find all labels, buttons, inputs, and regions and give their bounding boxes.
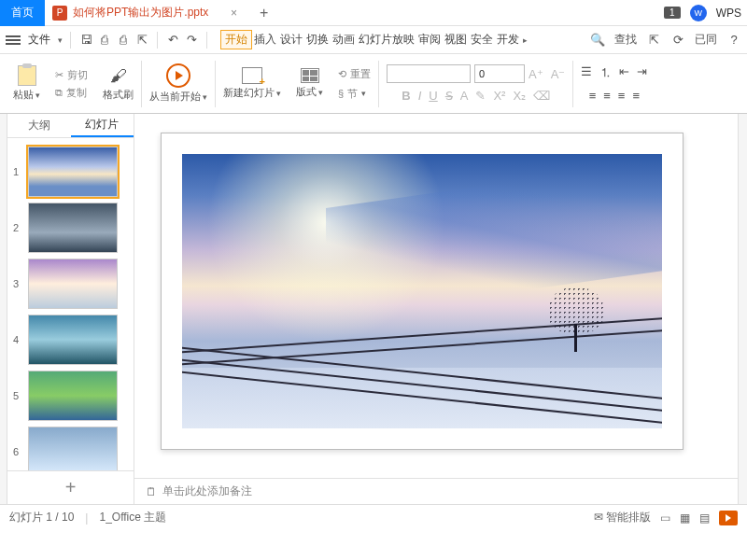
ribbon-overflow-icon[interactable]: ▸ [521, 35, 529, 45]
thumbnail-3[interactable]: 3 [7, 256, 134, 312]
thumbnail-1[interactable]: 1 [7, 144, 134, 200]
thumbnail-6[interactable]: 6 [7, 424, 134, 470]
search-label[interactable]: 查找 [614, 32, 637, 48]
home-tab[interactable]: 首页 [0, 0, 45, 26]
new-slide-button[interactable]: 新建幻灯片▾ [223, 86, 281, 100]
slides-tab[interactable]: 幻灯片 [71, 114, 134, 137]
clear-format-button[interactable]: ⌫ [533, 89, 550, 103]
menu-icon[interactable] [6, 35, 21, 45]
paste-button[interactable]: 粘贴▾ [13, 88, 40, 102]
format-painter-button[interactable]: 格式刷 [103, 88, 134, 102]
save-icon[interactable]: 🖫 [78, 33, 93, 48]
theme-name: 1_Office 主题 [99, 510, 166, 525]
notes-icon: 🗒 [146, 485, 157, 498]
wps-label: WPS [716, 7, 741, 20]
underline-button[interactable]: U [429, 89, 437, 103]
left-rail [0, 114, 7, 504]
ribbon-tabs: 开始 插入 设计 切换 动画 幻灯片放映 审阅 视图 安全 开发 ▸ [220, 30, 529, 49]
export-icon[interactable]: ⇱ [134, 33, 149, 48]
layout-button[interactable]: 版式▾ [296, 85, 323, 99]
redo-icon[interactable]: ↷ [184, 33, 199, 48]
section-button[interactable]: §节▾ [338, 87, 366, 101]
undo-icon[interactable]: ↶ [165, 33, 180, 48]
right-rail [738, 114, 747, 504]
document-name: 如何将PPT输出为图片.pptx [73, 5, 208, 21]
ribbon-tab-animation[interactable]: 动画 [331, 32, 357, 48]
font-color-button[interactable]: A [460, 89, 469, 103]
thumbnail-4[interactable]: 4 [7, 312, 134, 368]
slideshow-button[interactable] [719, 511, 738, 525]
sync-label: 已同 [695, 32, 717, 48]
ribbon-tab-start[interactable]: 开始 [220, 30, 252, 49]
ribbon-tab-insert[interactable]: 插入 [252, 32, 278, 48]
chevron-down-icon[interactable]: ▾ [58, 35, 63, 45]
ribbon-tab-slideshow[interactable]: 幻灯片放映 [357, 32, 416, 48]
view-normal-icon[interactable]: ▭ [660, 511, 670, 525]
view-reading-icon[interactable]: ▤ [699, 511, 710, 525]
bullets-button[interactable]: ☰ [581, 64, 592, 81]
smart-layout-button[interactable]: ✉ 智能排版 [594, 510, 651, 525]
paste-icon[interactable] [18, 65, 36, 86]
slide-canvas[interactable] [161, 133, 684, 450]
align-center-button[interactable]: ≡ [603, 89, 611, 103]
copy-button[interactable]: ⧉复制 [55, 86, 87, 100]
layout-icon[interactable] [301, 68, 319, 83]
thumbnail-2[interactable]: 2 [7, 200, 134, 256]
thumbnail-list: 1 2 3 4 5 6 [7, 138, 134, 470]
format-painter-icon[interactable]: 🖌 [110, 66, 127, 86]
reset-button[interactable]: ⟲重置 [338, 67, 371, 81]
search-icon[interactable]: 🔍 [590, 33, 605, 48]
ribbon-tab-transition[interactable]: 切换 [304, 32, 331, 48]
ribbon-tab-view[interactable]: 视图 [443, 32, 469, 48]
decrease-font-icon[interactable]: A⁻ [551, 67, 566, 81]
new-tab-button[interactable]: + [250, 5, 277, 21]
share-icon[interactable]: ⇱ [646, 33, 661, 48]
print-preview-icon[interactable]: ⎙ [97, 33, 112, 48]
cut-button[interactable]: ✂剪切 [55, 68, 88, 82]
file-menu[interactable]: 文件 [28, 32, 50, 48]
close-tab-button[interactable]: × [225, 7, 243, 20]
font-size-select[interactable]: 0 [474, 64, 525, 83]
slide-image [182, 154, 662, 428]
help-icon[interactable]: ? [726, 33, 741, 48]
ribbon-tab-design[interactable]: 设计 [278, 32, 304, 48]
new-slide-icon[interactable] [242, 67, 262, 84]
superscript-button[interactable]: X² [493, 89, 505, 103]
ribbon-tab-security[interactable]: 安全 [469, 32, 495, 48]
italic-button[interactable]: I [418, 89, 422, 103]
font-family-select[interactable] [387, 64, 471, 83]
align-right-button[interactable]: ≡ [618, 89, 626, 103]
notification-badge[interactable]: 1 [664, 7, 681, 19]
indent-right-button[interactable]: ⇥ [637, 64, 647, 81]
align-left-button[interactable]: ≡ [589, 89, 597, 103]
thumbnail-5[interactable]: 5 [7, 368, 134, 424]
numbering-button[interactable]: ⒈ [599, 64, 612, 81]
strike-button[interactable]: S̶ [445, 89, 453, 103]
print-icon[interactable]: ⎙ [116, 33, 131, 48]
subscript-button[interactable]: X₂ [513, 89, 526, 103]
from-current-button[interactable]: 从当前开始▾ [149, 90, 207, 104]
view-sorter-icon[interactable]: ▦ [680, 511, 690, 525]
cloud-icon[interactable]: ⟳ [670, 33, 685, 48]
ribbon-tab-review[interactable]: 审阅 [416, 32, 443, 48]
indent-left-button[interactable]: ⇤ [619, 64, 629, 81]
ppt-icon: P [52, 6, 67, 21]
wps-logo-icon[interactable]: W [690, 5, 707, 21]
ribbon-tab-developer[interactable]: 开发 [495, 32, 521, 48]
outline-tab[interactable]: 大纲 [7, 114, 71, 137]
align-justify-button[interactable]: ≡ [632, 89, 640, 103]
bold-button[interactable]: B [402, 89, 410, 103]
document-tab[interactable]: P 如何将PPT输出为图片.pptx × [45, 0, 250, 26]
highlight-button[interactable]: ✎ [475, 89, 486, 103]
add-slide-button[interactable]: + [7, 470, 134, 504]
slide-position: 幻灯片 1 / 10 [9, 510, 74, 525]
notes-placeholder[interactable]: 单击此处添加备注 [162, 483, 252, 499]
increase-font-icon[interactable]: A⁺ [529, 67, 543, 81]
play-icon[interactable] [166, 63, 190, 88]
